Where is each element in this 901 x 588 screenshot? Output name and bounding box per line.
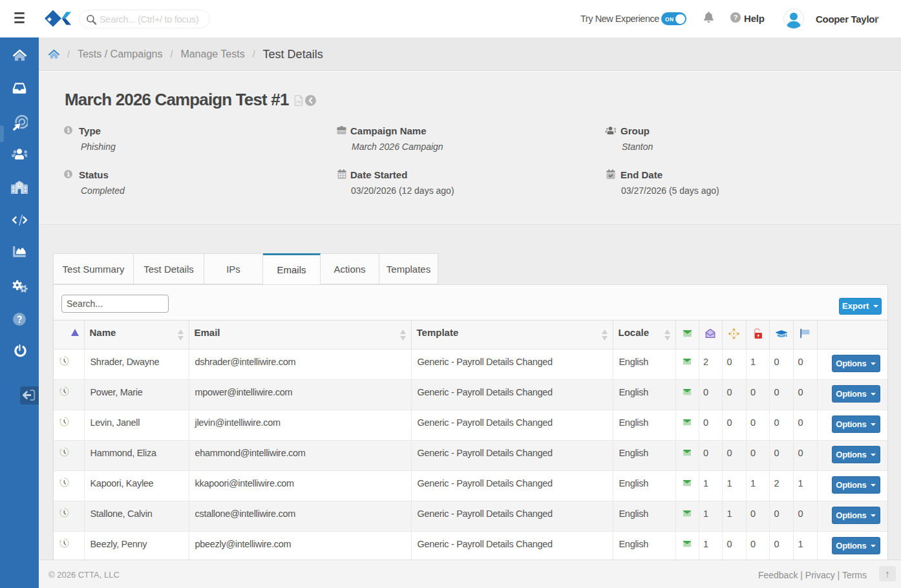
svg-text:PDF: PDF: [296, 100, 302, 104]
